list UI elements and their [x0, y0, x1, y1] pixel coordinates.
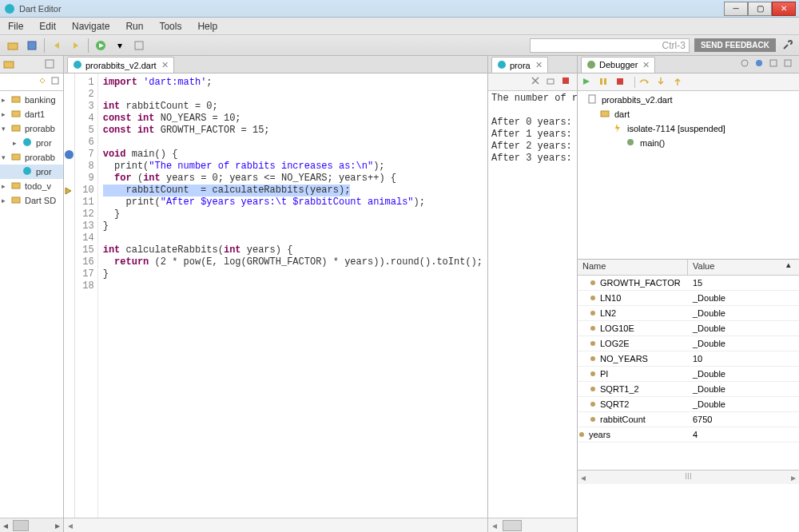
sidebar-item[interactable]: ▸dart1	[0, 107, 63, 121]
debugger-minimize-icon[interactable]	[769, 58, 781, 71]
sidebar-hscroll[interactable]: ◂ ▸	[0, 518, 63, 532]
var-row[interactable]: SQRT1_2_Double	[578, 382, 799, 397]
var-row[interactable]: SQRT2_Double	[578, 397, 799, 412]
var-row[interactable]: LOG2E_Double	[578, 336, 799, 351]
step-into-icon[interactable]	[655, 76, 670, 89]
marker-gutter[interactable]	[64, 73, 75, 518]
debugger-maximize-icon[interactable]	[783, 58, 796, 71]
scroll-thumb[interactable]	[13, 520, 29, 531]
view-maximize-icon[interactable]	[44, 58, 57, 71]
stop-debug-icon[interactable]	[614, 76, 629, 89]
save-icon[interactable]	[23, 38, 41, 54]
scroll-right-icon[interactable]: ▸	[788, 472, 799, 483]
expander-icon[interactable]: ▸	[2, 96, 10, 104]
expander-icon[interactable]: ▸	[2, 182, 10, 190]
menu-navigate[interactable]: Navigate	[64, 21, 117, 32]
expander-icon[interactable]	[13, 168, 21, 176]
menu-edit[interactable]: Edit	[31, 21, 64, 32]
var-row[interactable]: PI_Double	[578, 367, 799, 382]
debug-thread-tree[interactable]: prorabbits_v2.dartdartisolate-7114 [susp…	[578, 91, 799, 259]
pause-icon[interactable]	[598, 76, 612, 89]
search-input[interactable]: Ctrl-3	[530, 38, 690, 53]
debug-tree-node[interactable]: dart	[581, 107, 796, 121]
menu-file[interactable]: File	[0, 21, 31, 32]
scroll-left-icon[interactable]: ◂	[578, 472, 589, 483]
expander-icon[interactable]: ▾	[2, 125, 10, 133]
close-icon[interactable]: ✕	[642, 60, 650, 70]
folder-icon	[11, 152, 22, 163]
clear-console-icon[interactable]	[531, 76, 543, 89]
forward-icon[interactable]	[67, 38, 85, 54]
scroll-right-icon[interactable]: ▸	[52, 520, 63, 531]
var-hscroll[interactable]: ◂ III ▸	[578, 470, 799, 484]
close-icon[interactable]: ✕	[535, 60, 543, 70]
sidebar-item[interactable]: ▾prorabb	[0, 150, 63, 165]
debug-tree-node[interactable]: isolate-7114 [suspended]	[581, 121, 796, 136]
debug-tree-node[interactable]: main()	[581, 136, 796, 150]
step-over-icon[interactable]	[638, 76, 653, 89]
scroll-left-icon[interactable]: ◂	[64, 520, 77, 531]
menu-tools[interactable]: Tools	[151, 21, 189, 32]
send-feedback-button[interactable]: SEND FEEDBACK	[694, 38, 776, 52]
debugger-tab[interactable]: Debugger ✕	[581, 57, 655, 73]
step-return-icon[interactable]	[672, 76, 686, 89]
scroll-left-icon[interactable]: ◂	[488, 520, 501, 531]
var-col-value[interactable]: Value	[688, 260, 786, 275]
run-dropdown-icon[interactable]: ▾	[111, 38, 129, 54]
var-row[interactable]: LN2_Double	[578, 306, 799, 321]
expander-icon[interactable]: ▸	[2, 197, 10, 204]
console-tab-label: prora	[510, 61, 531, 70]
var-row[interactable]: LOG10E_Double	[578, 321, 799, 336]
var-value: _Double	[688, 308, 799, 318]
files-view-icon[interactable]	[3, 58, 16, 71]
wrench-icon[interactable]	[779, 38, 795, 53]
breakpoint-toggle-icon[interactable]	[754, 58, 767, 71]
minimize-button[interactable]: ─	[724, 2, 748, 16]
scroll-thumb[interactable]: III	[602, 472, 775, 483]
scroll-left-icon[interactable]: ◂	[0, 520, 11, 531]
menu-help[interactable]: Help	[189, 21, 225, 32]
link-editor-icon[interactable]	[38, 76, 47, 88]
var-row[interactable]: years4	[578, 427, 799, 443]
console-hscroll[interactable]: ◂	[488, 518, 577, 532]
editor-tab[interactable]: prorabbits_v2.dart ✕	[67, 57, 174, 73]
scroll-thumb[interactable]	[503, 520, 522, 531]
code-area[interactable]: 123456789101112131415161718 import 'dart…	[64, 73, 487, 518]
menu-run[interactable]: Run	[117, 21, 151, 32]
var-row[interactable]: NO_YEARS10	[578, 351, 799, 367]
sidebar-item[interactable]: ▸Dart SD	[0, 193, 63, 208]
expander-icon[interactable]: ▸	[13, 139, 21, 147]
svg-rect-26	[604, 78, 606, 85]
sidebar-item[interactable]: ▾prorabb	[0, 121, 63, 136]
run-icon[interactable]	[92, 38, 109, 54]
var-col-name[interactable]: Name	[578, 260, 688, 275]
sidebar-item[interactable]: ▸pror	[0, 136, 63, 150]
debug-tree-node[interactable]: prorabbits_v2.dart	[581, 93, 796, 107]
console-tab[interactable]: prora ✕	[491, 57, 548, 73]
close-icon[interactable]: ✕	[161, 60, 169, 70]
var-row[interactable]: rabbitCount6750	[578, 412, 799, 427]
sidebar-item[interactable]: ▸banking	[0, 93, 63, 107]
maximize-button[interactable]: ▢	[748, 2, 772, 16]
file-tree[interactable]: ▸banking▸dart1▾prorabb▸pror▾prorabbpror▸…	[0, 91, 63, 518]
back-icon[interactable]	[48, 38, 66, 54]
expander-icon[interactable]: ▸	[2, 110, 10, 118]
svg-point-13	[23, 167, 31, 175]
stop-console-icon[interactable]	[561, 76, 574, 89]
close-button[interactable]: ✕	[772, 2, 796, 16]
editor-hscroll[interactable]: ◂	[64, 518, 487, 532]
var-row[interactable]: LN10_Double	[578, 291, 799, 306]
var-row[interactable]: GROWTH_FACTOR15	[578, 276, 799, 291]
collapse-all-icon[interactable]	[50, 76, 60, 88]
pin-console-icon[interactable]	[546, 76, 559, 89]
resume-icon[interactable]	[581, 76, 595, 89]
var-name: SQRT2	[600, 399, 629, 409]
sidebar-item[interactable]: pror	[0, 165, 63, 179]
code-content[interactable]: import 'dart:math'; int rabbitCount = 0;…	[98, 73, 487, 518]
new-folder-icon[interactable]	[4, 38, 22, 54]
omnibox-icon[interactable]	[130, 38, 148, 54]
debugger-settings-icon[interactable]	[740, 58, 753, 71]
breakpoint-icon[interactable]	[65, 150, 74, 159]
sidebar-item[interactable]: ▸todo_v	[0, 179, 63, 193]
expander-icon[interactable]: ▾	[2, 153, 10, 161]
